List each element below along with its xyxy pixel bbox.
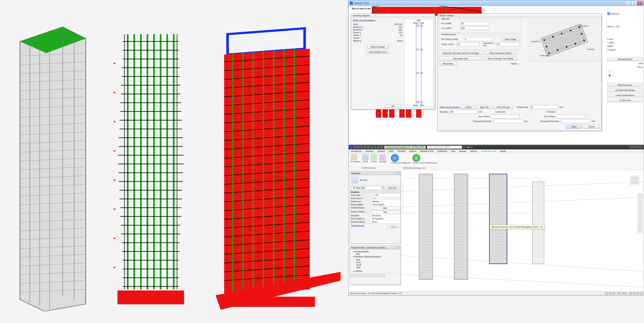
buffer-label: Buffer bbox=[608, 45, 643, 47]
prop-value[interactable]: None bbox=[372, 220, 400, 223]
radio-option-1[interactable]: · bbox=[608, 69, 643, 72]
nolinks-x-input[interactable] bbox=[490, 114, 520, 118]
spacing-input[interactable] bbox=[449, 110, 478, 114]
move-bars-button[interactable]: Move Bars bbox=[439, 62, 457, 66]
import-reinforcement-icon[interactable] bbox=[412, 154, 420, 162]
copy-design-from-button[interactable]: Copy Design From bbox=[367, 50, 389, 54]
close-button[interactable]: ✕ bbox=[637, 1, 643, 5]
ribbon-tab[interactable]: View bbox=[450, 149, 457, 153]
radio-option-2[interactable]: · bbox=[608, 74, 643, 77]
ribbon-panel-tallbuilding: Analysis and Design Tool Import Concrete… bbox=[389, 153, 439, 170]
tree-item[interactable]: East bbox=[356, 258, 400, 261]
ribbon-tab[interactable]: Analyze bbox=[408, 149, 418, 153]
ribbon-tab[interactable]: Add-Ins bbox=[468, 149, 478, 153]
project-browser-title[interactable]: Project Browser - practical for presenta… bbox=[350, 246, 400, 250]
straining-title[interactable]: Straining Diagram bbox=[351, 14, 435, 18]
project-tree[interactable]: ▸ Analytical Model {3D} ▾ Elevations (Bu… bbox=[350, 250, 400, 272]
tree-item[interactable]: West bbox=[356, 266, 400, 269]
revit-3d-view[interactable]: Properties× 3D View 3D View: {3D} Edit T… bbox=[348, 170, 644, 291]
ribbon-tab[interactable]: Massing & Site bbox=[418, 149, 435, 153]
prop-value[interactable]: Show Original bbox=[372, 203, 400, 206]
ribbon-tabs[interactable]: ArchitectureStructureSystemsInsertAnnota… bbox=[348, 149, 644, 153]
close-icon[interactable]: × bbox=[396, 246, 399, 249]
max-button[interactable]: ☐ bbox=[631, 1, 637, 5]
section-design-button[interactable]: Section Design bbox=[367, 45, 388, 49]
diameter-input[interactable] bbox=[496, 42, 519, 46]
propdia-y-input[interactable] bbox=[562, 119, 590, 123]
workset-main-model[interactable]: Main Model bbox=[616, 292, 628, 294]
straining-action-button[interactable]: Straining Action bbox=[608, 83, 643, 87]
prop-value[interactable]: By Discipline bbox=[372, 217, 400, 220]
revit-logo-icon bbox=[350, 146, 352, 149]
select-edge-button[interactable]: Select Edge bbox=[502, 37, 519, 41]
fy-input[interactable] bbox=[460, 26, 489, 30]
view-control-bar[interactable] bbox=[350, 273, 400, 278]
save-button[interactable]: Save bbox=[566, 125, 582, 128]
ribbon-tab[interactable]: Architecture bbox=[350, 149, 363, 153]
plpost-icon[interactable] bbox=[370, 154, 377, 161]
ribbon-tab[interactable]: Manage bbox=[458, 149, 468, 153]
view-selector[interactable]: 3D View: {3D} bbox=[351, 186, 384, 190]
pldesign-icon[interactable] bbox=[379, 154, 386, 161]
opengl-titlebar[interactable]: OpenGL Form — ☐ ✕ bbox=[348, 0, 644, 6]
kill-files-button[interactable]: Kill design Files bbox=[439, 56, 482, 60]
prop-value[interactable]: Medium bbox=[372, 200, 400, 203]
prop-edit-button[interactable]: Edit… bbox=[372, 210, 400, 214]
bars-row-input[interactable] bbox=[464, 37, 493, 41]
tree-item[interactable]: North bbox=[356, 261, 400, 264]
chosen-dia-input[interactable] bbox=[530, 105, 558, 109]
me-label: ME 37, -120 bbox=[608, 26, 643, 28]
propdia-x-input[interactable] bbox=[494, 119, 523, 123]
nolinks-y-input[interactable] bbox=[556, 114, 585, 118]
straining-model-button[interactable]: Straining Model bbox=[608, 57, 643, 61]
load-combinations-button[interactable]: Load Combinations bbox=[608, 93, 643, 97]
ribbon-tab[interactable]: Annotate bbox=[396, 149, 407, 153]
nfd-label: NFD bbox=[417, 20, 420, 22]
close-icon[interactable]: × bbox=[396, 172, 399, 174]
properties-help-link[interactable]: Properties help bbox=[351, 224, 364, 228]
plgen-icon[interactable] bbox=[362, 154, 368, 161]
prop-key: Discipline bbox=[350, 214, 372, 217]
undeformed-button[interactable]: Un Deformed Shape bbox=[608, 88, 643, 92]
ribbon-tab[interactable]: Insert bbox=[387, 149, 396, 153]
show-output-button[interactable]: Show CDesign Text Output bbox=[484, 56, 517, 60]
prop-edit-button[interactable]: Edit… bbox=[372, 206, 400, 210]
show-interaction-button[interactable]: Show Interaction Metric bbox=[484, 51, 517, 55]
fc-input[interactable] bbox=[460, 22, 489, 26]
ribbon-tab[interactable]: Modify bbox=[498, 149, 508, 153]
min-button[interactable]: — bbox=[626, 1, 631, 5]
properties-title[interactable]: Properties× bbox=[350, 172, 400, 175]
quick-access-toolbar[interactable] bbox=[354, 146, 383, 148]
revit-window-buttons[interactable] bbox=[629, 146, 643, 149]
section-design-title[interactable]: Section Design bbox=[438, 14, 601, 18]
sign-in[interactable]: Sign In bbox=[466, 146, 472, 148]
columns-checkbox[interactable]: Columns bbox=[608, 12, 643, 15]
ribbon-tab[interactable]: Structure bbox=[364, 149, 375, 153]
revit-titlebar[interactable]: practical for presentation.rvt - 3D View… bbox=[348, 145, 644, 149]
edit-type-button[interactable]: Edit Type bbox=[386, 186, 399, 190]
generate-run-button[interactable]: Generate Text Input and Run CDesign bbox=[439, 51, 482, 55]
tree-item[interactable]: South bbox=[356, 264, 400, 266]
add-link-button[interactable]: Add Link bbox=[476, 105, 492, 109]
prop-value[interactable]: 1 : 100 bbox=[372, 194, 400, 197]
check-button[interactable]: Check bbox=[462, 105, 475, 109]
status-icons[interactable]: Main Model bbox=[605, 292, 643, 295]
ribbon-tab[interactable]: PLPAK-Revit Link bbox=[479, 149, 498, 153]
plcoreman-icon[interactable] bbox=[350, 154, 357, 161]
ribbon-tab[interactable]: Systems bbox=[376, 149, 386, 153]
ok-button[interactable]: OK bbox=[385, 104, 401, 108]
svg-point-83 bbox=[114, 238, 115, 239]
to-revit-button[interactable]: To Revit text bbox=[608, 98, 643, 102]
prop-value[interactable]: 100 bbox=[372, 197, 400, 200]
cancel-button[interactable]: Cancel bbox=[584, 125, 599, 128]
svg-rect-163 bbox=[489, 174, 507, 264]
prop-value[interactable]: Structural bbox=[372, 214, 400, 217]
ribbon-tab[interactable]: Collaborate bbox=[436, 149, 449, 153]
cover-input[interactable] bbox=[456, 42, 480, 46]
apply-button[interactable]: Apply bbox=[388, 224, 399, 228]
clear-stirrups-button[interactable]: Clear Stirrups bbox=[493, 105, 513, 109]
help-search[interactable]: Type a keyword or phrase bbox=[427, 146, 462, 149]
analysis-tool-icon[interactable] bbox=[391, 154, 399, 162]
propdia-x-label: Proposed Diameter : bbox=[473, 120, 493, 122]
ac-val: -353 bbox=[380, 26, 403, 28]
